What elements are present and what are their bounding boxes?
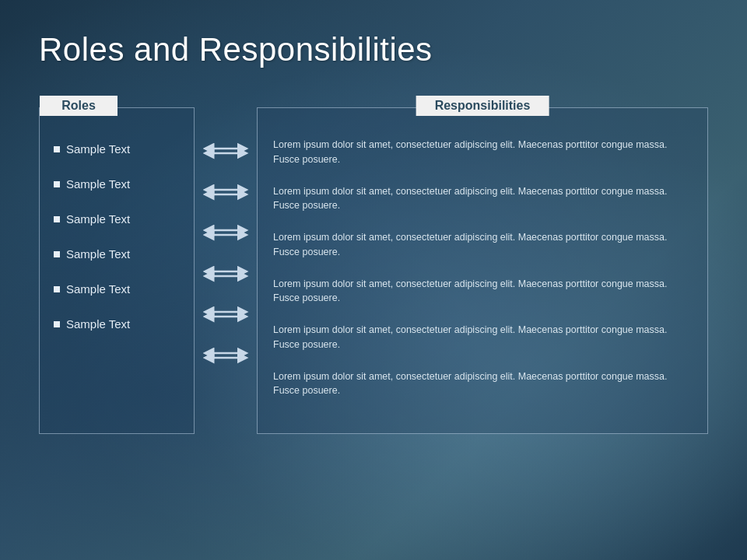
double-arrow-icon [202, 142, 249, 159]
arrow-connector [202, 212, 249, 254]
double-arrow-icon [202, 265, 249, 282]
bullet-icon [54, 251, 60, 257]
responsibility-text: Lorem ipsum dolor sit amet, consectetuer… [273, 186, 668, 212]
arrows-panel [195, 107, 257, 376]
bullet-icon [54, 181, 60, 187]
bullet-icon [54, 321, 60, 327]
list-item: Lorem ipsum dolor sit amet, consectetuer… [273, 177, 692, 223]
page-title: Roles and Responsibilities [39, 31, 708, 68]
responsibilities-list: Lorem ipsum dolor sit amet, consectetuer… [258, 108, 707, 423]
role-label: Sample Text [66, 282, 130, 296]
responsibility-text: Lorem ipsum dolor sit amet, consectetuer… [273, 324, 668, 350]
responsibilities-panel: Responsibilities Lorem ipsum dolor sit a… [257, 107, 708, 434]
roles-header: Roles [40, 96, 117, 116]
double-arrow-icon [202, 306, 249, 323]
list-item: Lorem ipsum dolor sit amet, consectetuer… [273, 222, 692, 269]
arrow-connector [202, 172, 249, 213]
responsibility-text: Lorem ipsum dolor sit amet, consectetuer… [273, 371, 668, 397]
double-arrow-icon [202, 184, 249, 201]
roles-panel: Roles Sample Text Sample Text Sample Tex… [39, 107, 195, 434]
responsibility-text: Lorem ipsum dolor sit amet, consectetuer… [273, 278, 668, 304]
bullet-icon [54, 286, 60, 292]
list-item: Lorem ipsum dolor sit amet, consectetuer… [273, 131, 692, 177]
double-arrow-icon [202, 224, 249, 241]
responsibilities-header: Responsibilities [416, 96, 549, 116]
list-item: Sample Text [47, 131, 186, 166]
list-item: Sample Text [47, 201, 186, 236]
list-item: Sample Text [47, 236, 186, 271]
role-label: Sample Text [66, 142, 130, 156]
responsibility-text: Lorem ipsum dolor sit amet, consectetuer… [273, 139, 668, 165]
list-item: Lorem ipsum dolor sit amet, consectetuer… [273, 315, 692, 362]
arrow-connector [202, 254, 249, 295]
roles-list: Sample Text Sample Text Sample Text Samp… [40, 108, 194, 357]
page-content: Roles and Responsibilities Roles Sample … [0, 0, 747, 560]
list-item: Lorem ipsum dolor sit amet, consectetuer… [273, 362, 692, 408]
role-label: Sample Text [66, 247, 130, 261]
responsibility-text: Lorem ipsum dolor sit amet, consectetuer… [273, 232, 668, 257]
list-item: Sample Text [47, 271, 186, 306]
role-label: Sample Text [66, 177, 130, 191]
bullet-icon [54, 216, 60, 222]
double-arrow-icon [202, 347, 249, 364]
arrow-connector [202, 294, 249, 335]
bullet-icon [54, 146, 60, 152]
role-label: Sample Text [66, 212, 130, 226]
list-item: Lorem ipsum dolor sit amet, consectetuer… [273, 269, 692, 316]
arrow-connector [202, 131, 249, 172]
list-item: Sample Text [47, 166, 186, 201]
list-item: Sample Text [47, 306, 186, 341]
arrow-connector [202, 335, 249, 376]
role-label: Sample Text [66, 317, 130, 331]
main-layout: Roles Sample Text Sample Text Sample Tex… [39, 107, 708, 537]
